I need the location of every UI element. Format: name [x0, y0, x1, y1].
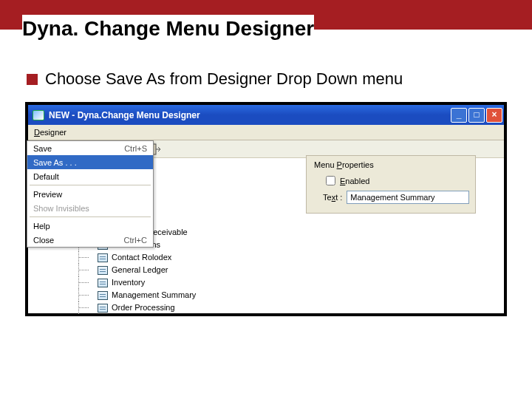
menu-item-default[interactable]: Default — [27, 169, 153, 183]
tree-item-label: Inventory — [112, 276, 145, 289]
menu-item-accelerator: Ctrl+S — [124, 144, 147, 153]
menubar-item-designer[interactable]: Designer — [28, 126, 72, 139]
menu-item-close[interactable]: Close Ctrl+C — [27, 233, 153, 247]
menu-separator — [30, 216, 151, 217]
menu-item-label: Default — [33, 172, 147, 181]
menu-item-label: Help — [33, 222, 147, 231]
document-icon — [98, 291, 108, 300]
tree-item[interactable]: Inventory — [74, 276, 196, 289]
menu-item-label: Preview — [33, 190, 147, 199]
menu-item-save[interactable]: Save Ctrl+S — [27, 141, 153, 155]
tree-item[interactable]: Contact Rolodex — [74, 251, 196, 264]
menu-properties-panel: Menu Properties Enabled Text : — [306, 155, 476, 214]
document-icon — [98, 279, 108, 287]
menu-item-help[interactable]: Help — [27, 219, 153, 233]
enabled-checkbox[interactable] — [326, 176, 335, 185]
window-title: NEW - Dyna.Change Menu Designer — [49, 110, 200, 120]
tree-item-label: Contact Rolodex — [112, 251, 171, 264]
minimize-button[interactable]: _ — [451, 108, 467, 123]
panel-header: Menu Properties — [314, 160, 469, 169]
menu-item-save-as[interactable]: Save As . . . — [27, 155, 153, 169]
app-window: NEW - Dyna.Change Menu Designer _ □ × De… — [25, 102, 507, 316]
menu-item-label: Close — [33, 236, 124, 245]
tree-item-label: Management Summary — [112, 289, 196, 301]
menubar: Designer — [28, 125, 504, 140]
document-icon — [98, 253, 108, 262]
titlebar: NEW - Dyna.Change Menu Designer _ □ × — [28, 105, 504, 125]
menu-separator — [30, 185, 151, 185]
menu-item-label: Save — [33, 144, 124, 153]
menu-item-preview[interactable]: Preview — [27, 187, 153, 201]
tree-item[interactable]: Management Summary — [74, 289, 196, 301]
tree-item-label: General Ledger — [112, 264, 168, 276]
bullet-marker — [27, 74, 38, 85]
enabled-label: Enabled — [340, 177, 369, 185]
document-icon — [98, 266, 108, 275]
document-icon — [98, 304, 108, 313]
menu-item-label: Show Invisibles — [33, 204, 147, 213]
tree-item[interactable]: General Ledger — [74, 264, 196, 276]
menu-item-label: Save As . . . — [33, 158, 147, 167]
close-button[interactable]: × — [486, 108, 502, 123]
text-input[interactable] — [347, 191, 469, 204]
menu-item-show-invisibles: Show Invisibles — [27, 201, 153, 215]
tree-item-label: Order Processing — [112, 301, 175, 314]
maximize-button[interactable]: □ — [468, 108, 485, 123]
app-icon — [33, 110, 44, 120]
text-label: Text : — [323, 193, 342, 202]
slide-heading: Dyna. Change Menu Designer — [22, 15, 314, 43]
menu-item-accelerator: Ctrl+C — [124, 236, 147, 245]
tree-item[interactable]: Order Processing — [74, 301, 196, 314]
designer-dropdown-menu: Save Ctrl+S Save As . . . Default Previe… — [27, 140, 154, 248]
bullet-text: Choose Save As from Designer Drop Down m… — [45, 69, 403, 89]
